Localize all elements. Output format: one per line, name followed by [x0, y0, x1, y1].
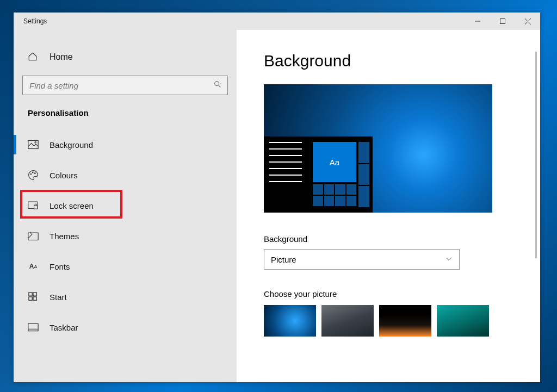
desktop-preview: Aa — [264, 84, 492, 213]
home-label: Home — [49, 52, 73, 62]
sidebar-item-background[interactable]: Background — [22, 129, 228, 160]
sidebar-item-label: Lock screen — [49, 201, 94, 210]
svg-point-7 — [35, 142, 36, 144]
svg-point-4 — [215, 82, 219, 86]
window-controls — [465, 13, 540, 30]
background-dropdown[interactable]: Picture — [264, 249, 460, 270]
home-icon — [28, 52, 39, 63]
sidebar-item-start[interactable]: Start — [22, 282, 228, 312]
content-pane: Background Aa Background Picture Choose … — [237, 30, 540, 382]
themes-icon — [28, 231, 39, 241]
svg-point-10 — [35, 173, 36, 174]
svg-rect-15 — [33, 293, 36, 296]
palette-icon — [28, 170, 39, 181]
settings-window: Settings Home — [14, 13, 540, 382]
home-button[interactable]: Home — [22, 48, 228, 66]
picture-thumbnails — [264, 305, 513, 337]
background-dropdown-value: Picture — [271, 255, 296, 264]
background-label: Background — [264, 234, 513, 244]
svg-rect-16 — [29, 297, 32, 300]
svg-rect-18 — [28, 323, 38, 331]
sidebar-item-label: Colours — [49, 171, 78, 180]
sidebar-item-colours[interactable]: Colours — [22, 160, 228, 190]
svg-line-5 — [219, 85, 221, 88]
svg-point-9 — [32, 172, 33, 173]
chevron-down-icon — [445, 255, 453, 264]
maximize-button[interactable] — [490, 13, 515, 30]
sidebar-item-label: Themes — [49, 232, 79, 241]
sidebar-item-themes[interactable]: Themes — [22, 221, 228, 251]
titlebar: Settings — [14, 13, 540, 30]
choose-picture-label: Choose your picture — [264, 289, 513, 298]
picture-thumb-4[interactable] — [437, 305, 489, 337]
window-body: Home Personalisation Background — [14, 30, 540, 382]
sidebar: Home Personalisation Background — [14, 30, 237, 382]
svg-rect-12 — [34, 206, 38, 209]
svg-rect-14 — [29, 293, 32, 296]
taskbar-icon — [28, 322, 39, 333]
svg-point-8 — [30, 174, 32, 175]
fonts-icon: AA — [28, 261, 39, 272]
preview-sample-tile: Aa — [313, 142, 356, 182]
section-title: Personalisation — [28, 108, 228, 117]
close-button[interactable] — [515, 13, 540, 30]
start-icon — [28, 291, 39, 302]
svg-rect-1 — [500, 19, 505, 24]
sidebar-item-label: Fonts — [49, 262, 70, 271]
search-input[interactable] — [29, 81, 213, 90]
svg-rect-17 — [33, 297, 36, 300]
sidebar-item-taskbar[interactable]: Taskbar — [22, 312, 228, 343]
window-title: Settings — [23, 17, 47, 25]
nav-list: Background Colours Lock screen — [22, 129, 228, 343]
lock-screen-icon — [28, 200, 39, 211]
page-title: Background — [264, 52, 513, 70]
minimize-button[interactable] — [465, 13, 490, 30]
sidebar-item-label: Start — [49, 293, 67, 302]
sidebar-item-label: Background — [49, 140, 93, 150]
sidebar-item-lock-screen[interactable]: Lock screen — [22, 190, 228, 221]
picture-thumb-2[interactable] — [321, 305, 374, 337]
sidebar-item-label: Taskbar — [49, 323, 78, 332]
search-icon — [213, 80, 222, 91]
picture-thumb-1[interactable] — [264, 305, 316, 337]
preview-start-menu: Aa — [264, 136, 373, 213]
sidebar-item-fonts[interactable]: AA Fonts — [22, 251, 228, 282]
picture-icon — [28, 139, 39, 150]
picture-thumb-3[interactable] — [379, 305, 431, 337]
scrollbar[interactable] — [535, 52, 537, 258]
search-box[interactable] — [22, 76, 228, 95]
